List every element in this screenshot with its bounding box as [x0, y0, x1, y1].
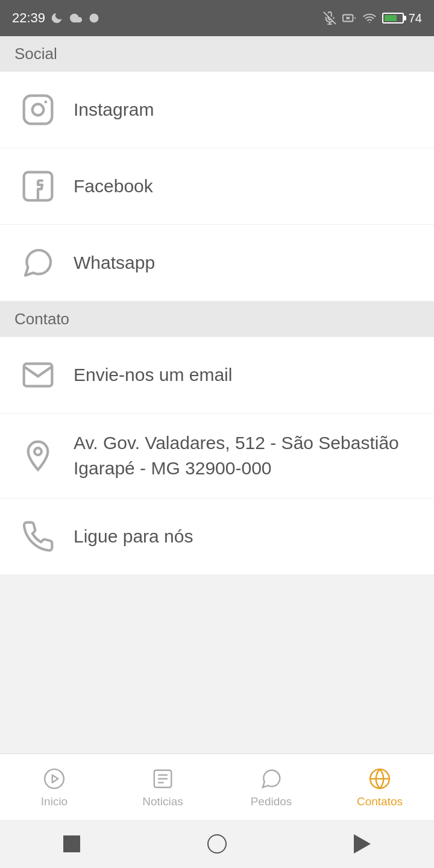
whatsapp-label: Whatsapp	[74, 250, 155, 275]
nav-contatos[interactable]: Contatos	[326, 766, 434, 808]
phone-label: Ligue para nós	[74, 524, 193, 549]
recent-apps-button[interactable]	[63, 835, 80, 852]
bottom-nav: Inicio Noticias Pedidos	[0, 753, 434, 820]
facebook-item[interactable]: Facebook	[0, 148, 434, 225]
nav-pedidos-label: Pedidos	[251, 795, 292, 808]
cloud-icon	[68, 11, 84, 25]
status-left: 22:39	[12, 10, 99, 26]
status-bar: 22:39 74	[0, 0, 434, 36]
wifi-icon	[362, 11, 377, 25]
status-right: 74	[323, 11, 422, 25]
svg-point-0	[90, 14, 99, 23]
phone-item[interactable]: Ligue para nós	[0, 498, 434, 575]
play-icon	[42, 766, 67, 791]
instagram-item[interactable]: Instagram	[0, 72, 434, 148]
moon-icon	[50, 11, 63, 25]
nav-inicio-label: Inicio	[41, 795, 68, 808]
email-icon	[17, 354, 59, 396]
mute-icon	[323, 11, 336, 25]
svg-point-9	[33, 104, 44, 116]
nav-pedidos[interactable]: Pedidos	[217, 766, 326, 808]
whatsapp-icon	[17, 242, 59, 284]
section-contato-header: Contato	[0, 301, 434, 337]
section-social-header: Social	[0, 36, 434, 72]
svg-point-10	[45, 101, 48, 104]
phone-icon	[17, 515, 59, 558]
android-nav-bar	[0, 820, 434, 868]
location-icon	[17, 435, 59, 477]
circle-icon	[89, 13, 99, 24]
chat-icon	[259, 766, 284, 791]
nav-noticias[interactable]: Noticias	[108, 766, 217, 808]
battery-level: 74	[409, 11, 422, 25]
nav-inicio[interactable]: Inicio	[0, 766, 108, 808]
address-label: Av. Gov. Valadares, 512 - São Sebastião …	[74, 430, 417, 481]
back-button[interactable]	[354, 834, 371, 854]
instagram-label: Instagram	[74, 97, 154, 122]
svg-point-14	[45, 769, 64, 788]
address-item[interactable]: Av. Gov. Valadares, 512 - São Sebastião …	[0, 414, 434, 498]
time: 22:39	[12, 10, 45, 26]
svg-rect-8	[24, 96, 52, 124]
email-label: Envie-nos um email	[74, 362, 232, 388]
email-item[interactable]: Envie-nos um email	[0, 337, 434, 414]
section-social: Social Instagram Facebook Whatsa	[0, 36, 434, 301]
home-button[interactable]	[207, 834, 227, 854]
nav-noticias-label: Noticias	[142, 795, 183, 808]
battery-icon	[382, 13, 404, 24]
nav-contatos-label: Contatos	[357, 795, 403, 808]
globe-icon	[367, 766, 392, 791]
svg-point-13	[34, 448, 42, 455]
battery-x-icon	[341, 11, 357, 25]
news-icon	[150, 766, 175, 791]
facebook-icon	[17, 165, 59, 207]
whatsapp-item[interactable]: Whatsapp	[0, 225, 434, 301]
section-contato: Contato Envie-nos um email Av. Gov. Vala…	[0, 301, 434, 575]
facebook-label: Facebook	[74, 174, 153, 199]
svg-marker-15	[52, 775, 58, 782]
instagram-icon	[17, 89, 59, 131]
